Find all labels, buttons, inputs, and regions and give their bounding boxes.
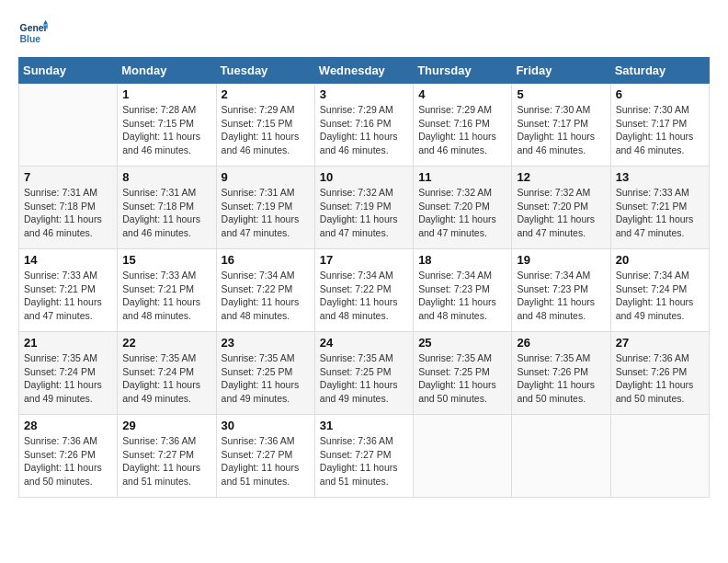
calendar-cell: 7Sunrise: 7:31 AMSunset: 7:18 PMDaylight… [19, 167, 118, 249]
calendar-week-row: 28Sunrise: 7:36 AMSunset: 7:26 PMDayligh… [19, 415, 710, 498]
day-info: Sunrise: 7:33 AMSunset: 7:21 PMDaylight:… [616, 186, 704, 240]
day-number: 16 [222, 253, 310, 267]
day-info: Sunrise: 7:35 AMSunset: 7:25 PMDaylight:… [320, 351, 408, 406]
calendar-cell: 28Sunrise: 7:36 AMSunset: 7:26 PMDayligh… [19, 415, 118, 498]
day-number: 7 [24, 170, 112, 184]
day-number: 26 [517, 336, 605, 350]
calendar-cell: 9Sunrise: 7:31 AMSunset: 7:19 PMDaylight… [216, 167, 314, 249]
logo-icon: General Blue [18, 18, 48, 48]
day-number: 28 [24, 419, 112, 432]
header-thursday: Thursday [414, 58, 512, 84]
day-number: 2 [222, 87, 310, 101]
day-info: Sunrise: 7:30 AMSunset: 7:17 PMDaylight:… [616, 103, 704, 157]
day-info: Sunrise: 7:31 AMSunset: 7:19 PMDaylight:… [222, 186, 310, 240]
calendar-cell: 3Sunrise: 7:29 AMSunset: 7:16 PMDaylight… [314, 84, 413, 167]
day-info: Sunrise: 7:34 AMSunset: 7:23 PMDaylight:… [517, 269, 605, 323]
day-info: Sunrise: 7:30 AMSunset: 7:17 PMDaylight:… [517, 103, 605, 157]
calendar-cell: 15Sunrise: 7:33 AMSunset: 7:21 PMDayligh… [118, 249, 216, 332]
day-info: Sunrise: 7:32 AMSunset: 7:20 PMDaylight:… [418, 186, 506, 240]
day-number: 18 [418, 253, 506, 267]
day-info: Sunrise: 7:34 AMSunset: 7:23 PMDaylight:… [418, 269, 506, 323]
day-info: Sunrise: 7:31 AMSunset: 7:18 PMDaylight:… [122, 186, 210, 240]
calendar-cell: 22Sunrise: 7:35 AMSunset: 7:24 PMDayligh… [118, 332, 216, 415]
calendar-header-row: SundayMondayTuesdayWednesdayThursdayFrid… [19, 58, 710, 84]
calendar-week-row: 21Sunrise: 7:35 AMSunset: 7:24 PMDayligh… [19, 332, 710, 415]
day-number: 27 [616, 336, 704, 350]
calendar-cell: 31Sunrise: 7:36 AMSunset: 7:27 PMDayligh… [314, 415, 413, 498]
day-info: Sunrise: 7:36 AMSunset: 7:27 PMDaylight:… [122, 434, 210, 488]
day-number: 30 [222, 419, 310, 432]
header-sunday: Sunday [19, 58, 118, 84]
day-number: 11 [418, 170, 506, 184]
calendar-cell: 2Sunrise: 7:29 AMSunset: 7:15 PMDaylight… [216, 84, 314, 167]
calendar-cell [414, 415, 512, 498]
day-info: Sunrise: 7:31 AMSunset: 7:18 PMDaylight:… [24, 186, 112, 240]
calendar-cell: 14Sunrise: 7:33 AMSunset: 7:21 PMDayligh… [19, 249, 118, 332]
calendar-cell: 11Sunrise: 7:32 AMSunset: 7:20 PMDayligh… [414, 167, 512, 249]
calendar-cell: 29Sunrise: 7:36 AMSunset: 7:27 PMDayligh… [118, 415, 216, 498]
day-number: 4 [418, 87, 506, 101]
day-info: Sunrise: 7:32 AMSunset: 7:20 PMDaylight:… [517, 186, 605, 240]
day-number: 6 [616, 87, 704, 101]
calendar-cell: 13Sunrise: 7:33 AMSunset: 7:21 PMDayligh… [610, 167, 709, 249]
day-info: Sunrise: 7:35 AMSunset: 7:24 PMDaylight:… [122, 351, 210, 406]
day-info: Sunrise: 7:35 AMSunset: 7:24 PMDaylight:… [24, 351, 112, 406]
header-tuesday: Tuesday [216, 58, 314, 84]
day-number: 22 [122, 336, 210, 350]
day-info: Sunrise: 7:35 AMSunset: 7:26 PMDaylight:… [517, 351, 605, 406]
calendar-cell: 10Sunrise: 7:32 AMSunset: 7:19 PMDayligh… [314, 167, 413, 249]
calendar-week-row: 1Sunrise: 7:28 AMSunset: 7:15 PMDaylight… [19, 84, 710, 167]
day-number: 3 [320, 87, 408, 101]
svg-text:Blue: Blue [20, 34, 41, 44]
header-friday: Friday [512, 58, 610, 84]
calendar-cell: 8Sunrise: 7:31 AMSunset: 7:18 PMDaylight… [118, 167, 216, 249]
calendar-cell: 30Sunrise: 7:36 AMSunset: 7:27 PMDayligh… [216, 415, 314, 498]
day-number: 20 [616, 253, 704, 267]
day-info: Sunrise: 7:29 AMSunset: 7:16 PMDaylight:… [418, 103, 506, 157]
logo: General Blue [18, 18, 48, 48]
day-info: Sunrise: 7:29 AMSunset: 7:16 PMDaylight:… [320, 103, 408, 157]
day-number: 13 [616, 170, 704, 184]
day-number: 8 [122, 170, 210, 184]
day-info: Sunrise: 7:28 AMSunset: 7:15 PMDaylight:… [122, 103, 210, 157]
day-info: Sunrise: 7:36 AMSunset: 7:27 PMDaylight:… [222, 434, 310, 488]
day-info: Sunrise: 7:36 AMSunset: 7:27 PMDaylight:… [320, 434, 408, 488]
day-info: Sunrise: 7:34 AMSunset: 7:22 PMDaylight:… [320, 269, 408, 323]
calendar-cell: 18Sunrise: 7:34 AMSunset: 7:23 PMDayligh… [414, 249, 512, 332]
header-wednesday: Wednesday [314, 58, 413, 84]
calendar-cell: 4Sunrise: 7:29 AMSunset: 7:16 PMDaylight… [414, 84, 512, 167]
calendar-cell: 6Sunrise: 7:30 AMSunset: 7:17 PMDaylight… [610, 84, 709, 167]
day-number: 23 [222, 336, 310, 350]
day-number: 17 [320, 253, 408, 267]
calendar-cell: 12Sunrise: 7:32 AMSunset: 7:20 PMDayligh… [512, 167, 610, 249]
calendar-cell: 23Sunrise: 7:35 AMSunset: 7:25 PMDayligh… [216, 332, 314, 415]
calendar-cell: 21Sunrise: 7:35 AMSunset: 7:24 PMDayligh… [19, 332, 118, 415]
svg-marker-3 [43, 24, 48, 29]
day-number: 14 [24, 253, 112, 267]
calendar-cell: 1Sunrise: 7:28 AMSunset: 7:15 PMDaylight… [118, 84, 216, 167]
calendar-cell: 26Sunrise: 7:35 AMSunset: 7:26 PMDayligh… [512, 332, 610, 415]
day-info: Sunrise: 7:34 AMSunset: 7:24 PMDaylight:… [616, 269, 704, 323]
calendar-cell: 17Sunrise: 7:34 AMSunset: 7:22 PMDayligh… [314, 249, 413, 332]
day-info: Sunrise: 7:34 AMSunset: 7:22 PMDaylight:… [222, 269, 310, 323]
day-number: 10 [320, 170, 408, 184]
day-number: 29 [122, 419, 210, 432]
day-number: 15 [122, 253, 210, 267]
calendar-cell: 19Sunrise: 7:34 AMSunset: 7:23 PMDayligh… [512, 249, 610, 332]
calendar-cell [512, 415, 610, 498]
day-info: Sunrise: 7:29 AMSunset: 7:15 PMDaylight:… [222, 103, 310, 157]
header-monday: Monday [118, 58, 216, 84]
calendar-week-row: 14Sunrise: 7:33 AMSunset: 7:21 PMDayligh… [19, 249, 710, 332]
header-saturday: Saturday [610, 58, 709, 84]
day-info: Sunrise: 7:33 AMSunset: 7:21 PMDaylight:… [24, 269, 112, 323]
calendar-week-row: 7Sunrise: 7:31 AMSunset: 7:18 PMDaylight… [19, 167, 710, 249]
page-header: General Blue [18, 18, 710, 48]
calendar-cell [19, 84, 118, 167]
day-number: 5 [517, 87, 605, 101]
day-number: 25 [418, 336, 506, 350]
calendar-cell: 16Sunrise: 7:34 AMSunset: 7:22 PMDayligh… [216, 249, 314, 332]
day-info: Sunrise: 7:35 AMSunset: 7:25 PMDaylight:… [418, 351, 506, 406]
svg-marker-2 [43, 20, 48, 25]
calendar-cell: 24Sunrise: 7:35 AMSunset: 7:25 PMDayligh… [314, 332, 413, 415]
day-number: 9 [222, 170, 310, 184]
